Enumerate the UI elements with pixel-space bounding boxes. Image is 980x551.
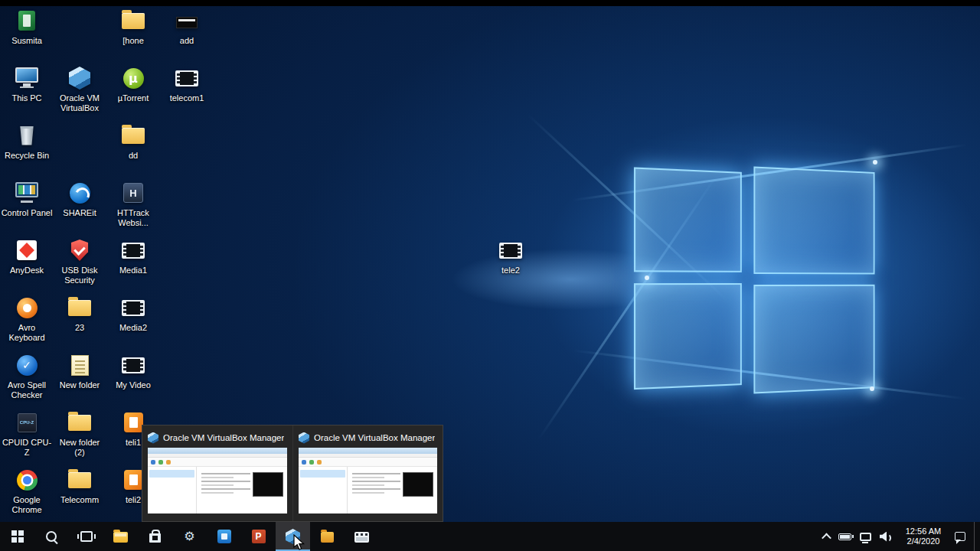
desktop-icon[interactable]: add: [161, 8, 213, 46]
desktop-icon-glyph: [173, 8, 201, 34]
app-icon: [321, 532, 334, 543]
hidden-icons-chevron[interactable]: [823, 533, 830, 540]
desktop-icon-label: Google Chrome: [1, 495, 53, 515]
desktop-icon-glyph: [13, 409, 41, 435]
preview-title: Oracle VM VirtualBox Manager: [163, 433, 284, 442]
desktop-icon[interactable]: dd: [107, 122, 159, 161]
desktop-icon[interactable]: This PC: [1, 65, 53, 103]
desktop-icon-glyph: [13, 122, 41, 148]
desktop-icon[interactable]: AnyDesk: [1, 237, 53, 276]
desktop-icon[interactable]: My Video: [107, 352, 159, 390]
tray-icon: [880, 532, 892, 542]
desktop-icon[interactable]: New folder (2): [54, 409, 106, 458]
battery-icon[interactable]: [838, 533, 851, 540]
desktop-icon-glyph: [66, 409, 93, 435]
desktop-icon[interactable]: tele2: [485, 237, 537, 276]
desktop-icon[interactable]: Control Panel: [1, 180, 53, 218]
preview-title: Oracle VM VirtualBox Manager: [314, 433, 435, 442]
app-icon: [182, 529, 198, 544]
taskbar-apps: [0, 522, 379, 551]
action-center-button[interactable]: [955, 532, 965, 541]
wallpaper-spark: [873, 160, 877, 165]
taskbar-clock[interactable]: 12:56 AM 2/4/2020: [902, 527, 945, 546]
toolbar-dot: [158, 460, 163, 465]
desktop-icon-glyph: [119, 295, 147, 321]
app-icon: [45, 530, 58, 543]
desktop-icon-label: New folder (2): [54, 438, 106, 458]
window-preview[interactable]: Oracle VM VirtualBox Manager: [292, 425, 443, 521]
window-thumbnail[interactable]: [148, 448, 287, 514]
desktop-icon-label: New folder: [60, 380, 100, 390]
desktop-icon-label: Oracle VM VirtualBox: [54, 93, 106, 113]
virtualbox-icon: [299, 432, 309, 444]
desktop-icon[interactable]: CPUID CPU-Z: [1, 409, 53, 458]
start-button[interactable]: [0, 522, 34, 551]
desktop-icon-label: Media1: [119, 266, 147, 276]
wallpaper-spark: [870, 386, 874, 391]
desktop-icon-label: USB Disk Security: [54, 266, 106, 285]
folder-app-button[interactable]: [310, 522, 345, 551]
desktop-icon[interactable]: HTTrack Websi...: [107, 180, 159, 228]
desktop-icon-glyph: [13, 295, 41, 321]
desktop-icon[interactable]: Avro Spell Checker: [1, 352, 53, 400]
search-button[interactable]: [34, 522, 69, 551]
thumb-details: [348, 467, 437, 514]
desktop-icon[interactable]: USB Disk Security: [54, 237, 106, 285]
file-explorer-button[interactable]: [103, 522, 138, 551]
desktop-icon[interactable]: SHAREit: [54, 180, 106, 218]
powerpoint-button[interactable]: [241, 522, 276, 551]
video-app-button[interactable]: [345, 522, 379, 551]
desktop-icon-glyph: [13, 352, 41, 378]
desktop-icon-label: Telecomm: [60, 495, 99, 505]
desktop-icon-glyph: [119, 65, 147, 91]
toolbar-dot: [302, 460, 306, 465]
desktop-icon[interactable]: Media2: [107, 295, 159, 333]
network-icon[interactable]: [860, 533, 871, 541]
blue-app-button[interactable]: [207, 522, 241, 551]
desktop-icon-label: HTTrack Websi...: [107, 208, 159, 228]
desktop-icon[interactable]: Avro Keyboard: [1, 295, 53, 343]
toolbar-dot: [317, 460, 322, 465]
desktop-icon[interactable]: µTorrent: [107, 65, 159, 103]
desktop-icon-glyph: [66, 180, 93, 206]
windows-desktop-screen: Susmita This PC Recycle Bin Control Pane…: [0, 0, 980, 551]
thumb-toolbar: [148, 458, 287, 467]
desktop-icon[interactable]: [hone: [107, 8, 159, 46]
desktop-icon[interactable]: Media1: [107, 237, 159, 276]
desktop-icon[interactable]: Google Chrome: [1, 467, 53, 515]
desktop-icon-label: Avro Keyboard: [1, 323, 53, 343]
app-icon: [286, 529, 300, 544]
volume-icon[interactable]: [880, 532, 892, 542]
show-desktop-button[interactable]: [974, 522, 978, 551]
desktop-icon-label: telecom1: [170, 93, 204, 103]
desktop-icon-glyph: [13, 8, 41, 34]
task-view-button[interactable]: [69, 522, 103, 551]
thumb-vm-list: [299, 467, 348, 514]
tray-icons: [823, 532, 892, 542]
desktop-icon-label: Media2: [119, 323, 147, 333]
desktop-icon[interactable]: New folder: [54, 352, 106, 390]
app-icon: [252, 530, 266, 543]
clock-time: 12:56 AM: [902, 527, 945, 536]
desktop-icon-label: dd: [129, 151, 138, 161]
window-thumbnail[interactable]: [299, 448, 437, 514]
windows-logo-pane: [634, 167, 742, 272]
desktop-icon-glyph: [66, 295, 93, 321]
desktop-icon-glyph: [13, 65, 41, 91]
desktop-icon-label: teli2: [126, 495, 141, 505]
toolbar-dot: [151, 460, 155, 465]
desktop-icon[interactable]: Susmita: [1, 8, 53, 46]
window-preview[interactable]: Oracle VM VirtualBox Manager: [142, 425, 292, 521]
settings-button[interactable]: [172, 522, 207, 551]
desktop-icon[interactable]: Recycle Bin: [1, 122, 53, 161]
desktop-icon[interactable]: telecom1: [161, 65, 213, 103]
desktop-icon-glyph: [66, 352, 93, 378]
clock-date: 2/4/2020: [902, 536, 945, 546]
desktop-icon[interactable]: Telecomm: [54, 467, 106, 505]
store-button[interactable]: [138, 522, 172, 551]
desktop-icon[interactable]: Oracle VM VirtualBox: [54, 65, 106, 113]
toolbar-dot: [166, 460, 171, 465]
windows-logo-pane: [753, 285, 874, 394]
desktop-icon[interactable]: 23: [54, 295, 106, 333]
virtualbox-button[interactable]: [276, 522, 310, 551]
